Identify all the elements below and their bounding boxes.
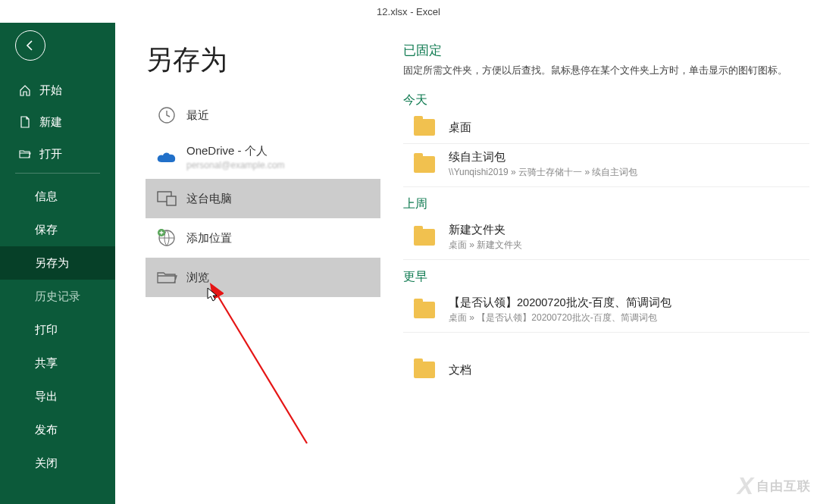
clock-icon <box>152 105 182 125</box>
onedrive-account: personal@example.com <box>186 160 285 171</box>
divider <box>15 173 100 174</box>
file-path: 桌面 » 【是否认领】20200720批次-百度、简调词包 <box>449 311 671 324</box>
sidebar-item-open[interactable]: 打开 <box>0 138 115 170</box>
folder-icon <box>414 229 435 246</box>
sidebar-label: 开始 <box>39 83 62 98</box>
location-onedrive[interactable]: OneDrive - 个人 personal@example.com <box>146 135 380 179</box>
file-item[interactable]: 文档 <box>403 355 809 386</box>
file-item[interactable]: 【是否认领】20200720批次-百度、简调词包 桌面 » 【是否认领】2020… <box>403 290 809 333</box>
folder-icon <box>414 302 435 318</box>
file-name: 【是否认领】20200720批次-百度、简调词包 <box>449 296 671 310</box>
location-browse[interactable]: 浏览 <box>146 258 380 297</box>
sidebar-item-share[interactable]: 共享 <box>0 346 115 380</box>
group-lastweek: 上周 <box>403 196 809 212</box>
location-this-pc[interactable]: 这台电脑 <box>146 179 380 218</box>
new-file-icon <box>18 116 32 128</box>
back-button[interactable] <box>15 30 45 61</box>
location-label: OneDrive - 个人 <box>186 144 285 158</box>
folder-icon <box>414 156 435 173</box>
sidebar-item-print[interactable]: 打印 <box>0 313 115 346</box>
title-bar: 12.xlsx - Excel <box>0 0 817 23</box>
sidebar-label: 打开 <box>39 147 62 161</box>
sidebar-label: 打印 <box>35 323 58 337</box>
file-name: 桌面 <box>449 121 471 135</box>
file-item[interactable]: 新建文件夹 桌面 » 新建文件夹 <box>403 217 809 260</box>
sidebar-item-home[interactable]: 开始 <box>0 74 115 106</box>
back-arrow-icon <box>24 39 36 52</box>
file-item[interactable]: 续自主词包 \\Yunqishi2019 » 云骑士存储十一 » 续自主词包 <box>403 144 809 187</box>
sidebar-label: 关闭 <box>35 456 58 471</box>
sidebar-label: 历史记录 <box>35 290 80 304</box>
sidebar-item-new[interactable]: 新建 <box>0 106 115 138</box>
page-title: 另存为 <box>146 42 380 79</box>
file-path: \\Yunqishi2019 » 云骑士存储十一 » 续自主词包 <box>449 166 637 179</box>
browse-folder-icon <box>152 270 182 285</box>
location-list: 最近 OneDrive - 个人 personal@example.com 这台… <box>146 95 380 297</box>
sidebar-item-save[interactable]: 保存 <box>0 213 115 246</box>
pc-icon <box>152 190 182 207</box>
file-name: 文档 <box>449 363 471 377</box>
add-place-icon <box>152 228 182 248</box>
sidebar-item-close[interactable]: 关闭 <box>0 446 115 480</box>
watermark: X 自由互联 <box>737 472 811 500</box>
sidebar-label: 新建 <box>39 115 62 130</box>
watermark-text: 自由互联 <box>756 477 811 495</box>
sidebar-item-info[interactable]: 信息 <box>0 180 115 213</box>
folder-icon <box>414 362 435 378</box>
location-label: 最近 <box>186 108 209 123</box>
file-path: 桌面 » 新建文件夹 <box>449 239 522 252</box>
open-folder-icon <box>18 149 32 159</box>
sidebar-item-history[interactable]: 历史记录 <box>0 280 115 313</box>
svg-rect-2 <box>167 196 176 205</box>
location-add-place[interactable]: 添加位置 <box>146 218 380 258</box>
pinned-title: 已固定 <box>403 42 809 59</box>
group-today: 今天 <box>403 92 809 108</box>
file-name: 新建文件夹 <box>449 223 522 237</box>
watermark-logo: X <box>737 472 753 500</box>
sidebar-label: 信息 <box>35 189 58 204</box>
sidebar-item-export[interactable]: 导出 <box>0 380 115 413</box>
sidebar-item-publish[interactable]: 发布 <box>0 413 115 446</box>
locations-column: 另存为 最近 OneDrive - 个人 personal@example.co… <box>146 42 380 504</box>
location-label: 这台电脑 <box>186 192 232 206</box>
folder-icon <box>414 119 435 136</box>
location-label: 浏览 <box>186 271 209 285</box>
files-column: 已固定 固定所需文件夹，方便以后查找。鼠标悬停在某个文件夹上方时，单击显示的图钉… <box>380 42 817 504</box>
location-recent[interactable]: 最近 <box>146 95 380 135</box>
file-name: 续自主词包 <box>449 150 637 164</box>
title-text: 12.xlsx - Excel <box>377 6 440 17</box>
sidebar: 开始 新建 打开 信息 保存 另存为 历史记录 打印 共享 导出 发布 关闭 <box>0 0 115 504</box>
sidebar-label: 保存 <box>35 223 58 237</box>
sidebar-label: 共享 <box>35 356 58 371</box>
cloud-icon <box>152 150 182 164</box>
sidebar-label: 另存为 <box>35 256 69 271</box>
main-panel: 另存为 最近 OneDrive - 个人 personal@example.co… <box>115 23 817 504</box>
location-label: 添加位置 <box>186 231 232 246</box>
sidebar-label: 导出 <box>35 390 58 404</box>
home-icon <box>18 84 32 96</box>
sidebar-label: 发布 <box>35 423 58 437</box>
sidebar-item-saveas[interactable]: 另存为 <box>0 246 115 280</box>
group-earlier: 更早 <box>403 269 809 285</box>
file-item[interactable]: 桌面 <box>403 113 809 144</box>
pinned-description: 固定所需文件夹，方便以后查找。鼠标悬停在某个文件夹上方时，单击显示的图钉图标。 <box>403 64 809 77</box>
